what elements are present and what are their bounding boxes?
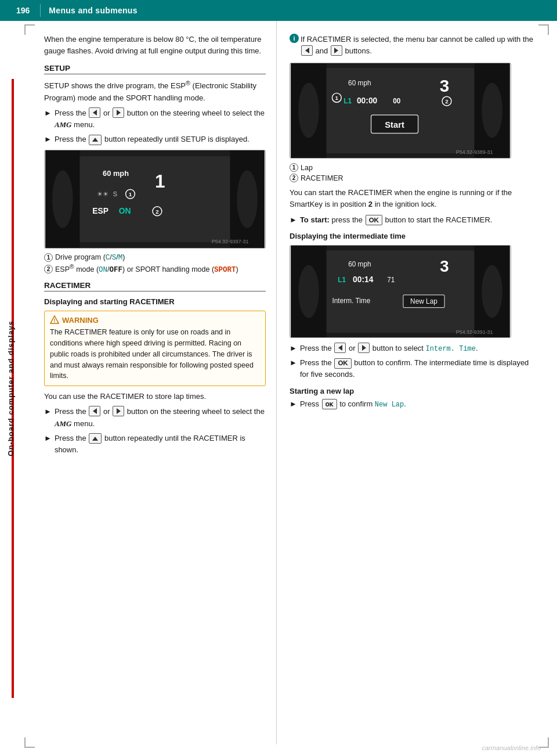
left-tri-4 [338, 345, 342, 351]
right-column: i If RACETIMER is selected, the menu bar… [276, 21, 545, 744]
legend-2: 2 ESP® mode (ON/OFF) or SPORT handling m… [44, 264, 266, 274]
left-triangle-icon [93, 110, 97, 116]
left-column: When the engine temperature is below 80 … [32, 21, 276, 744]
intro-text: When the engine temperature is below 80 … [44, 34, 266, 57]
racetimer-bullet-2: ► Press the button repeatedly until the … [44, 433, 266, 456]
svg-text:ON: ON [119, 206, 131, 215]
svg-text:1: 1 [129, 191, 132, 197]
info-block: i If RACETIMER is selected, the menu bar… [290, 34, 540, 57]
svg-text:P54.32-9389-31: P54.32-9389-31 [456, 149, 493, 155]
setup-text: SETUP shows the drive program, the ESP® … [44, 78, 266, 104]
r-num-circle-1: 1 [290, 163, 298, 172]
setup-heading: SETUP [44, 64, 266, 74]
rt-bullet-1-text: Press the or button on the steering whee… [55, 406, 266, 429]
displaying-starting-heading: Displaying and starting RACETIMER [44, 297, 266, 306]
svg-text:Start: Start [385, 120, 404, 129]
amg-text-2: AMG [55, 419, 72, 428]
svg-text:P54.32-9391-31: P54.32-9391-31 [456, 329, 493, 335]
to-start-text: To start: press the OK button to start t… [300, 214, 540, 226]
svg-point-16 [237, 171, 258, 228]
rt-bullet-arrow-2: ► [44, 433, 52, 444]
left-tri-2 [93, 408, 97, 414]
up-tri-2 [92, 437, 98, 441]
svg-text:2: 2 [445, 98, 449, 105]
setup-bullet-1-text: Press the or button on the steering whee… [55, 107, 266, 131]
svg-text:00: 00 [393, 97, 401, 105]
int-bullet-1-text: Press the or button to select Interm. Ti… [300, 343, 540, 355]
info-icon: i [290, 34, 299, 43]
btn-right-3 [331, 45, 342, 56]
setup-bullet-2: ► Press the button repeatedly until SETU… [44, 134, 266, 145]
info-text: If RACETIMER is selected, the menu bar c… [301, 34, 540, 57]
racetimer-screen-1: 60 mph 3 1 L1 00:00 00 2 Start P54.32-93… [290, 63, 511, 159]
svg-text:☀☀: ☀☀ [97, 190, 108, 197]
btn-up-2 [89, 433, 102, 444]
setup-screen-container: 60 mph 1 ☀☀ S 1 ESP ON 2 P54.32-9397-31 [44, 150, 266, 249]
page-number: 196 [16, 6, 30, 15]
svg-point-51 [482, 265, 502, 318]
right-legend-2: 2 RACETIMER [290, 174, 540, 182]
watermark: carmanualonline.info [482, 744, 541, 751]
side-label-text: On-board computer and displays [6, 321, 15, 456]
to-start-label: To start: [300, 215, 330, 224]
bullet-arrow-2: ► [44, 134, 52, 145]
btn-right-1 [113, 107, 124, 118]
nl-bullet-text: Press OK to confirm New Lap. [300, 398, 540, 411]
svg-text:1: 1 [335, 95, 339, 102]
right-tri-4 [362, 345, 366, 351]
bullet-arrow-1: ► [44, 107, 52, 119]
svg-text:!: ! [54, 318, 56, 323]
btn-right-2 [113, 406, 124, 416]
svg-text:3: 3 [440, 77, 449, 96]
svg-point-36 [482, 83, 502, 138]
you-can-start-text: You can start the RACETIMER when the eng… [290, 187, 540, 210]
main-content: When the engine temperature is below 80 … [32, 21, 545, 744]
btn-ok-3: OK [322, 399, 337, 409]
svg-text:Interm. Time: Interm. Time [332, 296, 370, 304]
legend-1: 1 Drive program (C/S/M) [44, 253, 266, 262]
num-circle-2: 2 [44, 265, 53, 273]
num-circle-1: 1 [44, 253, 53, 262]
racetimer-screen-2-container: 60 mph 3 L1 00:14 71 Interm. Time New La… [290, 245, 540, 338]
int-bullet-arrow-1: ► [290, 343, 297, 354]
header-title: Menus and submenus [49, 6, 137, 15]
btn-left-1 [89, 107, 100, 118]
new-lap-value: New Lap [375, 401, 404, 409]
header-divider [40, 4, 41, 17]
to-start-bullet: ► To start: press the OK button to start… [290, 214, 540, 226]
right-legend-1: 1 Lap [290, 163, 540, 172]
btn-left-4 [334, 343, 346, 353]
racetimer-screen-1-container: 60 mph 3 1 L1 00:00 00 2 Start P54.32-93… [290, 63, 540, 159]
interm-time-text: Interm. Time [426, 345, 476, 353]
side-label: On-board computer and displays [0, 21, 21, 756]
right-tri-2 [117, 408, 121, 414]
setup-bullet-1: ► Press the or button on the steering wh… [44, 107, 266, 131]
rt-bullet-2-text: Press the button repeatedly until the RA… [55, 433, 266, 456]
svg-text:60 mph: 60 mph [103, 170, 129, 178]
nl-bullet-arrow: ► [290, 398, 297, 410]
right-legend-1-text: Lap [301, 164, 313, 172]
header-bar: 196 Menus and submenus [0, 0, 557, 21]
right-legend-2-text: RACETIMER [301, 174, 343, 182]
setup-screen: 60 mph 1 ☀☀ S 1 ESP ON 2 P54.32-9397-31 [44, 150, 266, 249]
racetimer-heading: RACETIMER [44, 281, 266, 291]
int-bullet-arrow-2: ► [290, 357, 297, 369]
amg-text-1: AMG [55, 120, 72, 129]
int-bullet-2-text: Press the OK button to confirm. The inte… [300, 357, 540, 380]
to-start-arrow: ► [290, 214, 297, 226]
racetimer-bullet-1: ► Press the or button on the steering wh… [44, 406, 266, 429]
btn-right-4 [358, 343, 370, 353]
btn-up-1 [89, 135, 102, 145]
svg-text:L1: L1 [343, 97, 352, 105]
svg-point-35 [298, 83, 319, 138]
svg-point-50 [298, 265, 319, 318]
svg-text:S: S [113, 190, 117, 197]
displaying-intermediate-heading: Displaying the intermediate time [290, 232, 540, 240]
warning-box: ! WARNING The RACETIMER feature is only … [44, 311, 266, 386]
left-tri-3 [305, 48, 309, 53]
svg-text:60 mph: 60 mph [348, 260, 371, 268]
warning-title: ! WARNING [50, 315, 260, 325]
svg-text:L1: L1 [338, 276, 346, 284]
svg-point-15 [52, 171, 73, 228]
btn-ok-1: OK [366, 215, 382, 225]
